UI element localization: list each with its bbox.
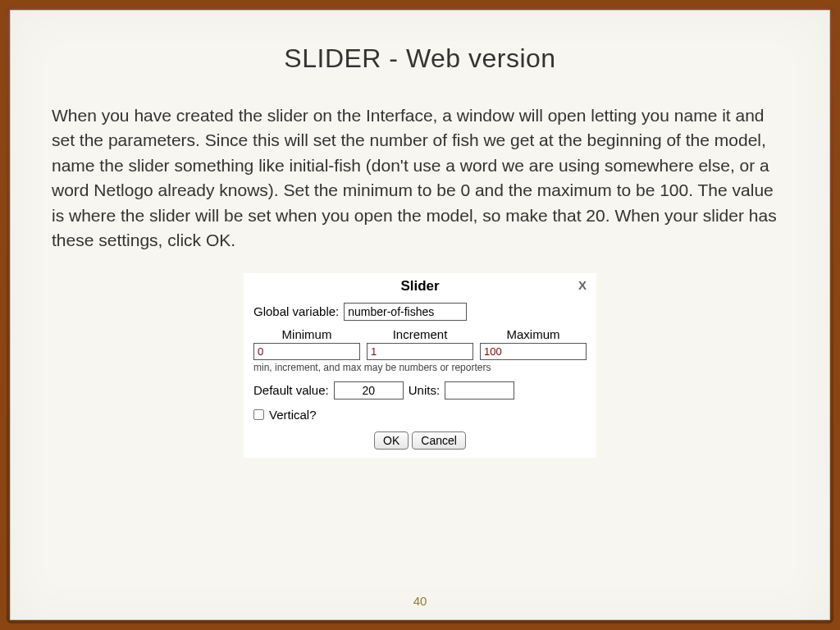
- default-value-label: Default value:: [253, 383, 329, 397]
- vertical-label: Vertical?: [269, 408, 317, 422]
- dialog-title: Slider: [400, 278, 439, 294]
- minimum-column: Minimum: [253, 327, 360, 360]
- button-row: OK Cancel: [253, 431, 587, 450]
- increment-column: Increment: [367, 327, 473, 360]
- default-value-input[interactable]: [334, 381, 404, 399]
- units-label: Units:: [409, 383, 440, 397]
- slide-title: SLIDER - Web version: [52, 43, 788, 74]
- hint-text: min, increment, and max may be numbers o…: [253, 362, 587, 373]
- min-inc-max-row: Minimum Increment Maximum: [253, 327, 587, 360]
- dialog-container: Slider X Global variable: Minimum Increm…: [52, 273, 788, 458]
- maximum-label: Maximum: [506, 327, 559, 341]
- global-variable-label: Global variable:: [253, 304, 339, 318]
- vertical-checkbox[interactable]: [253, 409, 264, 420]
- global-variable-input[interactable]: [344, 303, 467, 321]
- close-icon[interactable]: X: [578, 278, 587, 292]
- slide-body-text: When you have created the slider on the …: [52, 103, 788, 253]
- increment-label: Increment: [393, 327, 448, 341]
- units-input[interactable]: [445, 381, 514, 399]
- minimum-input[interactable]: [253, 343, 360, 360]
- slider-dialog: Slider X Global variable: Minimum Increm…: [244, 273, 596, 458]
- dialog-header: Slider X: [253, 278, 587, 294]
- default-units-row: Default value: Units:: [253, 381, 587, 399]
- increment-input[interactable]: [367, 343, 473, 360]
- cancel-button[interactable]: Cancel: [412, 431, 466, 450]
- page-number: 40: [11, 594, 829, 608]
- wood-frame: SLIDER - Web version When you have creat…: [7, 7, 833, 623]
- slide-paper: SLIDER - Web version When you have creat…: [10, 10, 830, 620]
- ok-button[interactable]: OK: [374, 431, 409, 450]
- maximum-input[interactable]: [480, 343, 587, 360]
- vertical-row: Vertical?: [253, 408, 587, 422]
- minimum-label: Minimum: [282, 327, 332, 341]
- global-variable-row: Global variable:: [253, 303, 587, 321]
- maximum-column: Maximum: [480, 327, 587, 360]
